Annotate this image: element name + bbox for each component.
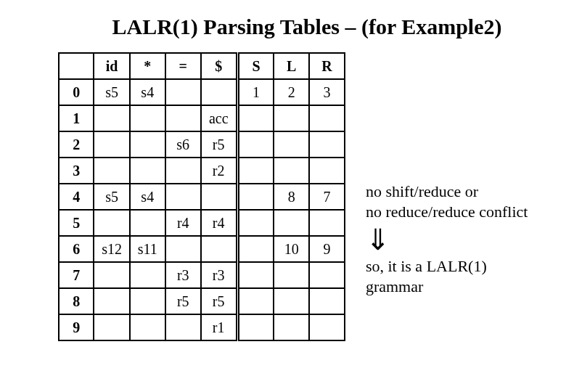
cell (130, 314, 165, 340)
parsing-table: id * = $ S L R 0 s5 s4 1 2 3 (58, 52, 345, 341)
state-cell: 7 (59, 262, 94, 288)
cell (165, 158, 201, 184)
header-R: R (309, 53, 345, 79)
cell (274, 288, 309, 314)
cell (274, 262, 309, 288)
cell (237, 236, 274, 262)
cell (94, 288, 129, 314)
state-cell: 6 (59, 236, 94, 262)
state-cell: 2 (59, 131, 94, 158)
state-cell: 8 (59, 288, 94, 314)
content-row: id * = $ S L R 0 s5 s4 1 2 3 (22, 52, 544, 341)
cell: 3 (309, 79, 345, 105)
table-wrap: id * = $ S L R 0 s5 s4 1 2 3 (58, 52, 345, 341)
table-row: 0 s5 s4 1 2 3 (59, 79, 345, 105)
cell: s5 (94, 184, 129, 210)
cell (94, 158, 129, 184)
cell (94, 105, 129, 131)
cell (94, 262, 129, 288)
cell: s4 (130, 79, 165, 105)
note-line-1: no shift/reduce or (366, 181, 544, 202)
cell (309, 210, 345, 236)
table-row: 9 r1 (59, 314, 345, 340)
cell (130, 105, 165, 131)
table-row: 3 r2 (59, 158, 345, 184)
cell (237, 262, 274, 288)
cell: r5 (165, 288, 201, 314)
cell (309, 314, 345, 340)
cell (309, 105, 345, 131)
cell: 9 (309, 236, 345, 262)
cell: 2 (274, 79, 309, 105)
cell (274, 210, 309, 236)
cell (309, 288, 345, 314)
table-row: 6 s12 s11 10 9 (59, 236, 345, 262)
note-line-3: so, it is a LALR(1) grammar (366, 256, 544, 296)
note-line-2: no reduce/reduce conflict (366, 202, 544, 222)
cell (165, 105, 201, 131)
cell (201, 79, 238, 105)
table-row: 1 acc (59, 105, 345, 131)
cell: r5 (201, 131, 238, 158)
cell: s5 (94, 79, 129, 105)
cell (165, 184, 201, 210)
cell: s12 (94, 236, 129, 262)
header-id: id (94, 53, 129, 79)
cell (274, 158, 309, 184)
cell (237, 314, 274, 340)
cell: r4 (201, 210, 238, 236)
cell (130, 158, 165, 184)
cell: acc (201, 105, 238, 131)
cell: r5 (201, 288, 238, 314)
cell: r4 (165, 210, 201, 236)
table-row: 7 r3 r3 (59, 262, 345, 288)
state-cell: 0 (59, 79, 94, 105)
cell: s4 (130, 184, 165, 210)
cell (309, 158, 345, 184)
cell (237, 288, 274, 314)
cell (130, 210, 165, 236)
cell (165, 79, 201, 105)
table-row: 4 s5 s4 8 7 (59, 184, 345, 210)
state-cell: 9 (59, 314, 94, 340)
cell (237, 184, 274, 210)
cell: s6 (165, 131, 201, 158)
cell (309, 262, 345, 288)
state-cell: 4 (59, 184, 94, 210)
cell (94, 210, 129, 236)
header-L: L (274, 53, 309, 79)
cell (237, 131, 274, 158)
cell: r3 (165, 262, 201, 288)
slide: LALR(1) Parsing Tables – (for Example2) … (0, 0, 566, 356)
page-title: LALR(1) Parsing Tables – (for Example2) (70, 15, 544, 39)
cell (237, 158, 274, 184)
cell (130, 262, 165, 288)
cell (165, 314, 201, 340)
cell (274, 105, 309, 131)
cell (309, 131, 345, 158)
cell (201, 184, 238, 210)
state-cell: 3 (59, 158, 94, 184)
header-S: S (237, 53, 274, 79)
state-cell: 1 (59, 105, 94, 131)
down-arrow-icon: ⇓ (366, 226, 544, 255)
table-row: 8 r5 r5 (59, 288, 345, 314)
header-dollar: $ (201, 53, 238, 79)
cell: r3 (201, 262, 238, 288)
table-row: 5 r4 r4 (59, 210, 345, 236)
cell (274, 314, 309, 340)
cell: 1 (237, 79, 274, 105)
cell (130, 288, 165, 314)
cell (130, 131, 165, 158)
cell: 8 (274, 184, 309, 210)
cell: s11 (130, 236, 165, 262)
cell: r2 (201, 158, 238, 184)
cell (237, 210, 274, 236)
cell: 10 (274, 236, 309, 262)
cell (94, 131, 129, 158)
cell (274, 131, 309, 158)
header-blank (59, 53, 94, 79)
cell: 7 (309, 184, 345, 210)
header-star: * (130, 53, 165, 79)
table-header-row: id * = $ S L R (59, 53, 345, 79)
